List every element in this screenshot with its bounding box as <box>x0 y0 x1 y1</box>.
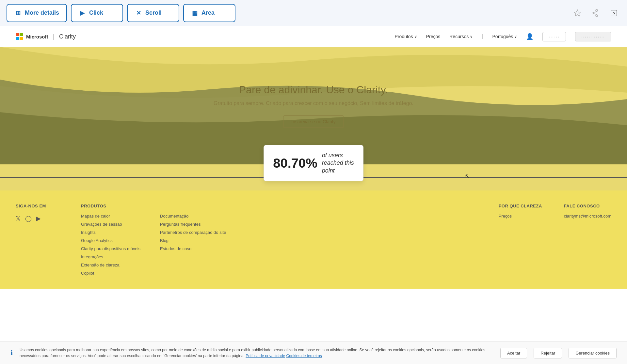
chevron-down-recursos-icon: ∨ <box>470 35 473 39</box>
microsoft-label: Microsoft <box>26 34 48 39</box>
footer-fale-heading: FALE CONOSCO <box>564 204 611 208</box>
share-icon-button[interactable] <box>589 7 602 20</box>
bookmark-icon-button[interactable] <box>571 7 584 20</box>
more-details-button[interactable]: ⊞ More details <box>7 4 67 22</box>
scroll-indicator: 80.70% of users reached this point ↖ <box>0 164 627 190</box>
area-button[interactable]: ▦ Area <box>183 4 235 22</box>
nav-btn1-label: ······ <box>549 34 560 39</box>
footer-link-blog[interactable]: Blog <box>160 238 226 243</box>
toolbar: ⊞ More details ▶ Click ✕ Scroll ▦ Area <box>0 0 627 26</box>
microsoft-logo <box>16 33 23 40</box>
hero-subtitle: Gratuito para sempre. Criado para cresce… <box>214 100 413 106</box>
user-icon[interactable]: 👤 <box>526 33 533 40</box>
twitter-icon[interactable]: 𝕏 <box>16 215 21 222</box>
footer-link-precos[interactable]: Preços <box>499 214 544 219</box>
cookie-manage-button[interactable]: Gerenciar cookies <box>569 348 617 358</box>
area-icon: ▦ <box>191 9 198 17</box>
cookie-manage-label: Gerenciar cookies <box>575 351 610 356</box>
scroll-popup: 80.70% of users reached this point <box>264 145 363 181</box>
click-button[interactable]: ▶ Click <box>71 4 123 22</box>
cookie-accept-button[interactable]: Aceitar <box>500 348 527 358</box>
scroll-label: of users reached this point <box>322 152 354 174</box>
cookie-reject-button[interactable]: Rejeitar <box>534 348 562 358</box>
toolbar-right <box>571 7 620 20</box>
svg-marker-0 <box>574 10 581 16</box>
scroll-percentage: 80.70% <box>273 156 317 171</box>
hero-title: Pare de adivinhar. Use o Clarity. <box>214 84 413 96</box>
hero-cta-label: Inscreva-se no Clarity <box>291 119 335 124</box>
nav-btn2-label: ······ ······ <box>581 34 605 39</box>
area-label: Area <box>201 9 215 16</box>
tiktok-icon[interactable]: ▶ <box>36 215 41 222</box>
footer-social-links: 𝕏 ◯ ▶ <box>16 215 61 222</box>
site-logo: Microsoft | Clarity <box>16 33 76 40</box>
cookie-info-icon: ℹ <box>10 349 13 357</box>
site-nav: Microsoft | Clarity Produtos ∨ Preços Re… <box>0 26 627 47</box>
footer-produtos-col: PRODUTOS Mapas de calor Gravações de ses… <box>81 204 140 276</box>
footer-link-params[interactable]: Parâmetros de comparação do site <box>160 230 226 235</box>
cookie-privacy-link[interactable]: Política de privacidade <box>246 354 285 358</box>
footer-fale-col: FALE CONOSCO clarityms@microsoft.com <box>564 204 611 276</box>
hero-content: Pare de adivinhar. Use o Clarity. Gratui… <box>214 84 413 128</box>
scroll-label: Scroll <box>145 9 162 16</box>
scroll-icon: ✕ <box>135 9 142 17</box>
clarity-label: Clarity <box>59 33 76 40</box>
hero-cta-button[interactable]: Inscreva-se no Clarity <box>283 115 344 128</box>
footer-link-extensao[interactable]: Extensão de clareza <box>81 263 140 267</box>
chevron-down-icon: ∨ <box>414 35 417 39</box>
footer-porque-col: POR QUE CLAREZA Preços <box>499 204 544 276</box>
footer-link-moveis[interactable]: Clarity para dispositivos móveis <box>81 246 140 251</box>
nav-produtos[interactable]: Produtos ∨ <box>395 34 417 39</box>
cookie-text: Usamos cookies opcionais para melhorar s… <box>20 347 494 359</box>
footer-link-google[interactable]: Google Analytics <box>81 238 140 243</box>
footer-link-docs[interactable]: Documentação <box>160 214 226 219</box>
nav-recursos-label: Recursos <box>449 34 469 39</box>
nav-btn-1[interactable]: ······ <box>542 32 566 41</box>
nav-language[interactable]: Português ∨ <box>492 34 517 39</box>
click-label: Click <box>89 9 103 16</box>
footer-link-copilot[interactable]: Copilot <box>81 271 140 276</box>
nav-separator: | <box>482 34 483 39</box>
footer-produtos-heading: PRODUTOS <box>81 204 140 208</box>
nav-btn-2[interactable]: ······ ······ <box>575 32 611 41</box>
footer-porque-heading: POR QUE CLAREZA <box>499 204 544 208</box>
more-details-label: More details <box>25 9 59 16</box>
footer-link-integracoes[interactable]: Integrações <box>81 254 140 259</box>
chevron-down-lang-icon: ∨ <box>514 35 517 39</box>
footer-link-insights[interactable]: Insights <box>81 230 140 235</box>
footer-docs-col: _ Documentação Perguntas frequentes Parâ… <box>160 204 226 276</box>
cookie-banner: ℹ Usamos cookies opcionais para melhorar… <box>0 341 627 364</box>
instagram-icon[interactable]: ◯ <box>25 215 32 222</box>
cookie-accept-label: Aceitar <box>507 351 520 356</box>
footer-link-faq[interactable]: Perguntas frequentes <box>160 222 226 227</box>
cursor-icon: ↖ <box>465 172 470 180</box>
cookie-third-party-link[interactable]: Cookies de terceiros <box>286 354 322 358</box>
click-icon: ▶ <box>79 9 86 17</box>
cookie-reject-label: Rejeitar <box>540 351 555 356</box>
footer-social-heading: SIGA-NOS EM <box>16 204 61 208</box>
nav-language-label: Português <box>492 34 513 39</box>
website-frame: Microsoft | Clarity Produtos ∨ Preços Re… <box>0 26 627 289</box>
nav-produtos-label: Produtos <box>395 34 413 39</box>
nav-precos-label: Preços <box>426 34 441 39</box>
export-icon-button[interactable] <box>607 7 620 20</box>
footer-link-gravacoes[interactable]: Gravações de sessão <box>81 222 140 227</box>
more-details-icon: ⊞ <box>14 9 22 17</box>
nav-separator-logo: | <box>53 33 55 40</box>
footer: SIGA-NOS EM 𝕏 ◯ ▶ PRODUTOS Mapas de calo… <box>0 190 627 289</box>
nav-precos[interactable]: Preços <box>426 34 441 39</box>
scroll-button[interactable]: ✕ Scroll <box>127 4 179 22</box>
nav-right: Produtos ∨ Preços Recursos ∨ | Português… <box>395 32 611 41</box>
footer-link-estudos[interactable]: Estudos de caso <box>160 246 226 251</box>
footer-link-mapas[interactable]: Mapas de calor <box>81 214 140 219</box>
nav-recursos[interactable]: Recursos ∨ <box>449 34 473 39</box>
footer-email[interactable]: clarityms@microsoft.com <box>564 214 611 219</box>
footer-social-col: SIGA-NOS EM 𝕏 ◯ ▶ <box>16 204 61 276</box>
